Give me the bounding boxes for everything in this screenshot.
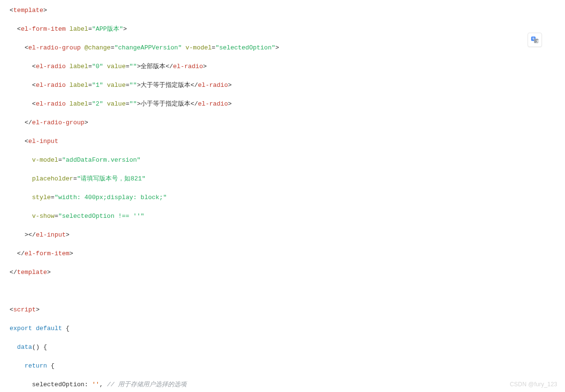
radio-text-1: 大于等于指定版本 <box>141 82 190 89</box>
svg-text:文: 文 <box>536 39 539 43</box>
radio-text-2: 小于等于指定版本 <box>141 100 190 107</box>
data-comment: 用于存储用户选择的选项 <box>118 381 187 388</box>
form-item-label: APP版本 <box>96 25 119 33</box>
code-block: <template> <el-form-item label="APP版本"> … <box>0 0 565 392</box>
watermark: CSDN @fury_123 <box>510 380 557 390</box>
translate-icon[interactable]: 文 <box>528 33 542 47</box>
code-pre: <template> <el-form-item label="APP版本"> … <box>10 6 555 392</box>
radio-text-0: 全部版本 <box>141 63 165 70</box>
